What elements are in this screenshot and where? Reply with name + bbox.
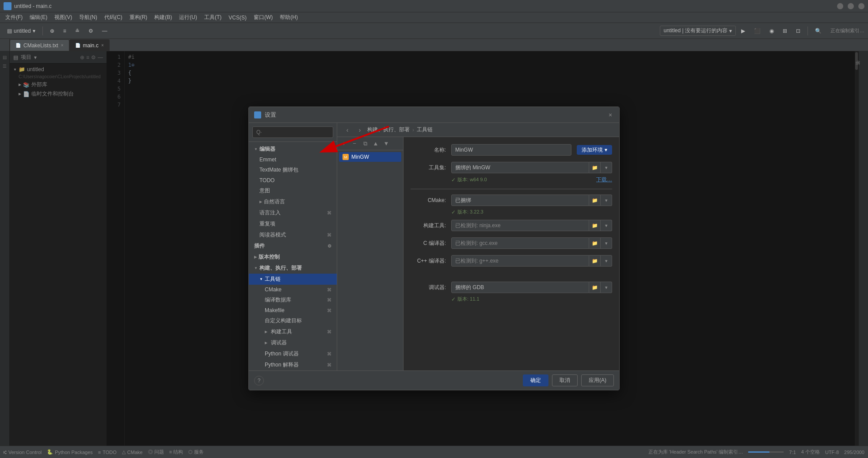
settings-item-natural-lang[interactable]: ▶ 自然语言 (249, 196, 337, 207)
mainc-tab-close[interactable]: × (101, 43, 104, 48)
c-compiler-browse-button[interactable]: 📁 (589, 237, 601, 249)
toolbar-btn-2[interactable]: ≡ (60, 27, 70, 35)
tab-cmakelists[interactable]: 📄 CMakeLists.txt × (10, 39, 69, 51)
coverage-button[interactable]: ⊞ (779, 27, 791, 35)
settings-item-custom-build[interactable]: 自定义构建目标 (249, 315, 337, 326)
build-tool-dropdown-button[interactable]: ▾ (601, 220, 612, 231)
menu-window[interactable]: 窗口(W) (250, 13, 276, 22)
cmake-tab-close[interactable]: × (61, 43, 64, 48)
help-button[interactable]: ? (254, 376, 264, 385)
settings-item-lang-inject[interactable]: 语言注入 ⌘ (249, 207, 337, 218)
toolbar-btn-3[interactable]: ≗ (72, 27, 83, 35)
form-cpp-compiler-input[interactable]: 已检测到: g++.exe (451, 255, 589, 267)
form-toolset-input[interactable]: 捆绑的 MinGW (451, 162, 589, 173)
status-structure[interactable]: ≡ 结构 (169, 449, 183, 455)
move-up-toolchain-button[interactable]: ▲ (371, 139, 381, 149)
close-button[interactable]: × (858, 3, 864, 9)
minimize-button[interactable]: − (837, 3, 843, 9)
copy-toolchain-button[interactable]: ⧉ (360, 139, 370, 149)
status-cmake-bottom[interactable]: △ CMake (122, 449, 143, 455)
settings-item-emmet[interactable]: Emmet (249, 155, 337, 164)
settings-item-makefile[interactable]: Makefile ⌘ (249, 305, 337, 315)
add-toolchain-button[interactable]: + (339, 139, 349, 149)
cmake-browse-button[interactable]: 📁 (589, 195, 601, 206)
settings-item-cmake[interactable]: CMake ⌘ (249, 285, 337, 294)
menu-app[interactable]: 文件(F) (2, 13, 26, 22)
stop-button[interactable]: ⊡ (792, 27, 804, 35)
settings-item-python-interp[interactable]: Python 解释器 ⌘ (249, 359, 337, 370)
add-env-button[interactable]: 添加环境 ▾ (577, 145, 612, 155)
remove-toolchain-button[interactable]: − (350, 139, 359, 149)
settings-item-compile-db[interactable]: 编译数据库 ⌘ (249, 294, 337, 305)
status-line-sep[interactable]: 295/2000 (844, 450, 864, 455)
cpp-compiler-browse-button[interactable]: 📁 (589, 255, 601, 267)
run-config-selector[interactable]: untitled | 没有要运行的内容 ▾ (660, 26, 736, 36)
form-build-tool-input[interactable]: 已检测到: ninja.exe (451, 220, 589, 231)
settings-item-reader-mode[interactable]: 阅读器模式 ⌘ (249, 229, 337, 240)
settings-item-python-debug[interactable]: Python 调试器 ⌘ (249, 348, 337, 359)
form-debugger-input[interactable]: 捆绑的 GDB (451, 282, 589, 293)
settings-item-vcs[interactable]: ▶ 版本控制 (249, 252, 337, 263)
settings-item-build-tools[interactable]: ▶ 构建工具 ⌘ (249, 326, 337, 337)
cpp-compiler-dropdown-button[interactable]: ▾ (601, 255, 612, 267)
menu-navigate[interactable]: 导航(N) (76, 13, 101, 22)
form-input-name[interactable]: MinGW (451, 144, 571, 156)
menu-refactor[interactable]: 重构(R) (126, 13, 151, 22)
settings-item-toolchains[interactable]: ▼ 工具链 (249, 274, 337, 285)
settings-item-textmate[interactable]: TextMate 捆绑包 (249, 164, 337, 176)
cmake-dropdown-button[interactable]: ▾ (601, 195, 612, 206)
menu-edit[interactable]: 编辑(E) (26, 13, 51, 22)
breadcrumb-back-button[interactable]: ‹ (343, 125, 352, 135)
settings-item-duplicates[interactable]: 重复项 (249, 218, 337, 229)
status-encoding[interactable]: UTF-8 (825, 450, 839, 455)
c-compiler-dropdown-button[interactable]: ▾ (601, 237, 612, 249)
download-link[interactable]: 下载… (596, 176, 612, 183)
settings-item-editor[interactable]: ▼ 编辑器 (249, 144, 337, 155)
toolset-browse-button[interactable]: 📁 (589, 162, 601, 173)
search-everywhere-button[interactable]: 🔍 (811, 27, 825, 35)
tab-mainc[interactable]: 📄 main.c × (69, 39, 110, 51)
form-cmake-input[interactable]: 已捆绑 (451, 195, 589, 206)
menu-code[interactable]: 代码(C) (101, 13, 126, 22)
status-version-control[interactable]: ⑆ Version Control (4, 450, 42, 455)
debugger-browse-button[interactable]: 📁 (589, 282, 601, 293)
toolbar-btn-1[interactable]: ⊕ (46, 27, 58, 35)
settings-search-input[interactable] (252, 126, 333, 138)
menu-help[interactable]: 帮助(H) (276, 13, 301, 22)
status-cursor[interactable]: 7:1 (789, 450, 796, 455)
menu-run[interactable]: 运行(U) (175, 13, 201, 22)
maximize-button[interactable]: □ (848, 3, 854, 9)
dialog-close-button[interactable]: × (607, 111, 614, 118)
status-todo[interactable]: ≡ TODO (98, 450, 117, 455)
settings-item-build[interactable]: ▼ 构建、执行、部署 (249, 263, 337, 274)
menu-view[interactable]: 视图(V) (51, 13, 76, 22)
menu-build[interactable]: 构建(B) (151, 13, 175, 22)
build-tool-browse-button[interactable]: 📁 (589, 220, 601, 231)
debugger-dropdown-button[interactable]: ▾ (601, 282, 612, 293)
toolchain-item-mingw[interactable]: M MinGW (339, 152, 401, 162)
cancel-button[interactable]: 取消 (552, 374, 578, 386)
project-selector[interactable]: ▤ untitled ▾ (4, 27, 39, 35)
settings-item-plugins[interactable]: 插件 ⚙ (249, 240, 337, 252)
apply-button[interactable]: 应用(A) (581, 374, 614, 386)
toolbar-btn-4[interactable]: ⚙ (85, 27, 97, 35)
status-services[interactable]: ⬡ 服务 (188, 449, 204, 455)
toolset-dropdown-button[interactable]: ▾ (601, 162, 612, 173)
settings-item-todo[interactable]: TODO (249, 176, 337, 185)
breadcrumb-forward-button[interactable]: › (355, 125, 365, 135)
settings-right-panel: ‹ › 构建、执行、部署 › 工具链 + − (337, 123, 619, 370)
menu-vcs[interactable]: VCS(S) (225, 14, 250, 22)
settings-item-intention[interactable]: 意图 (249, 185, 337, 196)
settings-item-debugger[interactable]: ▶ 调试器 (249, 337, 337, 348)
form-c-compiler-input[interactable]: 已检测到: gcc.exe (451, 237, 589, 249)
run-button[interactable]: ▶ (738, 27, 749, 35)
status-indent[interactable]: 4 个空格 (801, 449, 820, 455)
status-python-packages[interactable]: 🐍 Python Packages (47, 449, 93, 455)
confirm-button[interactable]: 确定 (523, 374, 548, 386)
status-issues[interactable]: ◎ 问题 (148, 449, 164, 455)
profile-button[interactable]: ◉ (766, 27, 777, 35)
debug-button[interactable]: ⬛ (750, 27, 764, 35)
toolbar-btn-5[interactable]: — (99, 27, 111, 35)
move-down-toolchain-button[interactable]: ▼ (381, 139, 391, 149)
menu-tools[interactable]: 工具(T) (201, 13, 225, 22)
